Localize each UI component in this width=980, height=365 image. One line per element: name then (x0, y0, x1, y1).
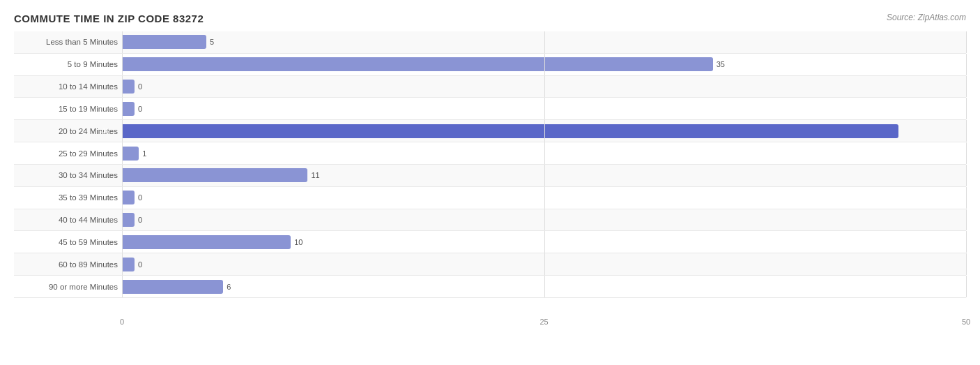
bar-label: 15 to 19 Minutes (14, 105, 122, 113)
bar-value: 6 (227, 283, 231, 291)
bar-track: 46 (122, 120, 966, 142)
chart-title: COMMUTE TIME IN ZIP CODE 83272 (14, 13, 204, 24)
bar-label: 90 or more Minutes (14, 283, 122, 291)
bar-label: Less than 5 Minutes (14, 38, 122, 46)
bar-track: 0 (122, 98, 966, 119)
bar-value: 5 (210, 38, 214, 46)
bar-track: 0 (122, 253, 966, 275)
bars-section: Less than 5 Minutes55 to 9 Minutes3510 t… (14, 31, 966, 298)
bar-row: 40 to 44 Minutes0 (14, 209, 966, 232)
bar-label: 45 to 59 Minutes (14, 238, 122, 246)
bar-row: 35 to 39 Minutes0 (14, 187, 966, 209)
x-tick: 0 (120, 318, 124, 326)
bar-label: 30 to 34 Minutes (14, 171, 122, 179)
bar-row: Less than 5 Minutes5 (14, 31, 966, 54)
bar-fill (122, 57, 713, 71)
bar-value: 10 (294, 238, 303, 246)
bar-fill (122, 235, 291, 249)
bar-fill (122, 80, 135, 94)
bar-label: 35 to 39 Minutes (14, 193, 122, 202)
chart-header: COMMUTE TIME IN ZIP CODE 83272 Source: Z… (14, 13, 966, 24)
x-tick: 25 (539, 318, 548, 326)
chart-container: COMMUTE TIME IN ZIP CODE 83272 Source: Z… (0, 0, 980, 365)
bar-value: 46 (101, 127, 109, 135)
bar-track: 5 (122, 31, 966, 53)
bar-label: 40 to 44 Minutes (14, 216, 122, 224)
bar-value: 11 (311, 171, 319, 179)
bar-value: 0 (138, 260, 142, 269)
bar-fill (122, 213, 135, 227)
bar-fill (122, 147, 139, 161)
bar-value: 0 (138, 82, 142, 91)
x-tick: 50 (962, 318, 970, 326)
bar-label: 60 to 89 Minutes (14, 260, 122, 269)
bar-value: 1 (142, 149, 146, 158)
bar-label: 5 to 9 Minutes (14, 60, 122, 68)
bar-track: 10 (122, 231, 966, 253)
bar-track: 11 (122, 165, 966, 186)
bar-value: 0 (138, 193, 142, 202)
bar-fill (122, 258, 135, 271)
bar-row: 30 to 34 Minutes11 (14, 165, 966, 187)
bar-row: 60 to 89 Minutes0 (14, 253, 966, 276)
bar-label: 25 to 29 Minutes (14, 149, 122, 158)
bar-track: 0 (122, 187, 966, 209)
bar-fill (122, 168, 307, 182)
bar-label: 10 to 14 Minutes (14, 82, 122, 91)
chart-source: Source: ZipAtlas.com (887, 13, 966, 22)
bar-row: 15 to 19 Minutes0 (14, 98, 966, 120)
bar-row: 10 to 14 Minutes0 (14, 76, 966, 98)
bar-row: 45 to 59 Minutes10 (14, 231, 966, 253)
bar-track: 0 (122, 76, 966, 98)
bar-row: 5 to 9 Minutes35 (14, 54, 966, 76)
bar-track: 0 (122, 209, 966, 231)
bar-fill (122, 102, 135, 116)
chart-area: Less than 5 Minutes55 to 9 Minutes3510 t… (14, 31, 966, 318)
bar-row: 20 to 24 Minutes46 (14, 120, 966, 142)
bar-value: 35 (717, 60, 725, 68)
bar-track: 1 (122, 142, 966, 164)
bar-row: 90 or more Minutes6 (14, 276, 966, 298)
bar-fill: 46 (122, 124, 898, 138)
bar-value: 0 (138, 216, 142, 224)
bar-row: 25 to 29 Minutes1 (14, 142, 966, 165)
bar-fill (122, 280, 223, 294)
bar-fill (122, 191, 135, 204)
bar-fill (122, 35, 206, 49)
bar-value: 0 (138, 105, 142, 113)
bar-track: 35 (122, 54, 966, 75)
bar-track: 6 (122, 276, 966, 297)
